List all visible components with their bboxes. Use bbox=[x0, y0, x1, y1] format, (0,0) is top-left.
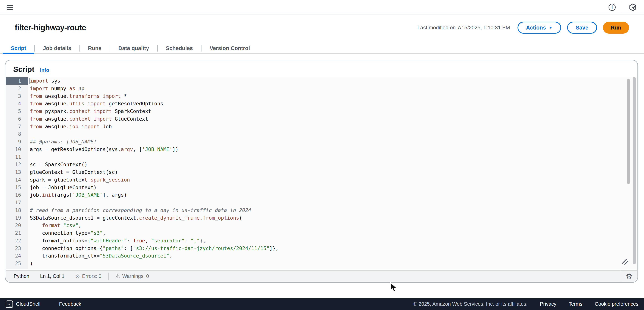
line-number: 5 bbox=[6, 108, 28, 115]
panel-scrollbar-thumb[interactable] bbox=[632, 77, 636, 264]
code-line[interactable]: # read from a partition corresponding to… bbox=[30, 207, 637, 214]
glue-service-icon[interactable] bbox=[629, 3, 637, 12]
code-line[interactable]: job.init(args['JOB_NAME'], args) bbox=[30, 191, 637, 199]
warnings-label: Warnings: 0 bbox=[122, 273, 149, 279]
line-number: 12 bbox=[6, 161, 28, 168]
page-header: filter-highway-route Last modified on 7/… bbox=[15, 22, 629, 34]
code-line[interactable]: from awsglue.transforms import * bbox=[30, 92, 637, 100]
code-line[interactable]: import numpy as np bbox=[30, 85, 637, 92]
run-button[interactable]: Run bbox=[603, 22, 629, 34]
code-line[interactable]: ## @params: [JOB_NAME] bbox=[30, 138, 637, 146]
line-number: 15 bbox=[6, 184, 28, 191]
code-line[interactable]: args = getResolvedOptions(sys.argv, ['JO… bbox=[30, 146, 637, 153]
code-line[interactable]: format="csv", bbox=[30, 222, 637, 229]
run-button-label: Run bbox=[611, 25, 621, 31]
code-line[interactable]: connection_type="s3", bbox=[30, 229, 637, 237]
tab-schedules[interactable]: Schedules bbox=[158, 43, 201, 53]
line-number: 11 bbox=[6, 153, 28, 161]
tab-script[interactable]: Script bbox=[2, 43, 34, 53]
script-panel-title: Script bbox=[13, 65, 34, 74]
tabs-bar: Script Job details Runs Data quality Sch… bbox=[0, 43, 644, 54]
hamburger-menu-icon[interactable] bbox=[7, 5, 13, 10]
page-title: filter-highway-route bbox=[15, 23, 86, 32]
cookie-preferences-link[interactable]: Cookie preferences bbox=[595, 301, 638, 307]
editor-settings-button[interactable]: ⚙ bbox=[621, 271, 637, 282]
info-icon[interactable]: i bbox=[608, 4, 616, 11]
script-panel: Script Info 1234567891011121314151617181… bbox=[5, 60, 638, 283]
errors-label: Errors: 0 bbox=[82, 273, 102, 279]
code-line[interactable]: format_options={"withHeader": True, "sep… bbox=[30, 237, 637, 245]
line-number: 24 bbox=[6, 252, 28, 260]
last-modified-text: Last modified on 7/15/2025, 1:10:31 PM bbox=[417, 25, 510, 31]
code-editor[interactable]: 1234567891011121314151617181920212223242… bbox=[6, 77, 637, 269]
save-button[interactable]: Save bbox=[567, 22, 597, 34]
line-number: 25 bbox=[6, 260, 28, 267]
topbar-divider bbox=[622, 3, 622, 12]
cursor-position: Ln 1, Col 1 bbox=[40, 273, 64, 279]
warning-triangle-icon: ⚠ bbox=[115, 273, 120, 279]
code-line[interactable]: ) bbox=[30, 260, 637, 267]
resize-handle-icon[interactable] bbox=[622, 259, 629, 265]
warnings-indicator: ⚠ Warnings: 0 bbox=[115, 273, 149, 279]
actions-button-label: Actions bbox=[526, 25, 546, 31]
language-selector[interactable]: Python bbox=[14, 273, 29, 279]
info-link[interactable]: Info bbox=[40, 67, 49, 73]
console-footer: >_ CloudShell Feedback © 2025, Amazon We… bbox=[0, 298, 644, 310]
privacy-link[interactable]: Privacy bbox=[540, 301, 556, 307]
error-circle-icon: ⊗ bbox=[75, 273, 80, 279]
gear-icon: ⚙ bbox=[626, 272, 632, 280]
actions-button[interactable]: Actions ▼ bbox=[518, 22, 561, 34]
top-navigation-bar: i bbox=[0, 0, 644, 15]
code-line[interactable]: from awsglue.utils import getResolvedOpt… bbox=[30, 100, 637, 108]
line-number: 18 bbox=[6, 207, 28, 214]
line-number: 19 bbox=[6, 214, 28, 222]
code-line[interactable] bbox=[30, 199, 637, 207]
tab-data-quality[interactable]: Data quality bbox=[110, 43, 157, 53]
line-number: 23 bbox=[6, 245, 28, 252]
script-panel-header: Script Info bbox=[6, 60, 638, 77]
code-line[interactable] bbox=[30, 153, 637, 161]
code-line[interactable]: connection_options={"paths": ["s3://us-t… bbox=[30, 245, 637, 252]
line-number: 26 bbox=[6, 267, 28, 269]
line-number: 22 bbox=[6, 237, 28, 245]
line-number: 6 bbox=[6, 115, 28, 123]
tab-runs[interactable]: Runs bbox=[80, 43, 110, 53]
tab-version-control[interactable]: Version Control bbox=[202, 43, 258, 53]
code-line[interactable]: from awsglue.context import GlueContext bbox=[30, 115, 637, 123]
editor-status-bar: Python Ln 1, Col 1 ⊗ Errors: 0 ⚠ Warning… bbox=[6, 270, 637, 282]
code-line[interactable]: transformation_ctx="S3DataSource_dsource… bbox=[30, 252, 637, 260]
copyright-text: © 2025, Amazon Web Services, Inc. or its… bbox=[414, 301, 528, 307]
code-lines[interactable]: import sysimport numpy as npfrom awsglue… bbox=[28, 77, 637, 269]
line-number: 4 bbox=[6, 100, 28, 108]
cloudshell-label: CloudShell bbox=[16, 301, 40, 307]
code-line[interactable]: glueContext = GlueContext(sc) bbox=[30, 168, 637, 176]
line-number: 7 bbox=[6, 123, 28, 131]
line-number: 8 bbox=[6, 130, 28, 138]
line-number: 9 bbox=[6, 138, 28, 146]
code-line[interactable]: S3DataSource_dsource1 = glueContext.crea… bbox=[30, 214, 637, 222]
save-button-label: Save bbox=[576, 25, 588, 31]
cloudshell-button[interactable]: >_ CloudShell bbox=[6, 300, 40, 308]
line-number: 16 bbox=[6, 191, 28, 199]
code-line[interactable]: from awsglue.job import Job bbox=[30, 123, 637, 131]
feedback-link[interactable]: Feedback bbox=[59, 301, 81, 307]
errors-indicator: ⊗ Errors: 0 bbox=[75, 273, 102, 279]
line-number: 10 bbox=[6, 146, 28, 153]
code-line[interactable]: job = Job(glueContext) bbox=[30, 184, 637, 191]
statusbar-divider bbox=[108, 273, 108, 280]
terminal-icon: >_ bbox=[6, 300, 13, 308]
code-line[interactable]: from pyspark.context import SparkContext bbox=[30, 108, 637, 115]
code-line[interactable]: spark = glueContext.spark_session bbox=[30, 176, 637, 184]
line-number: 1 bbox=[6, 77, 28, 85]
tab-job-details[interactable]: Job details bbox=[35, 43, 80, 53]
line-number: 2 bbox=[6, 85, 28, 92]
gutter: 1234567891011121314151617181920212223242… bbox=[6, 77, 28, 269]
code-line[interactable] bbox=[30, 130, 637, 138]
mouse-cursor bbox=[390, 282, 398, 293]
line-number: 20 bbox=[6, 222, 28, 229]
terms-link[interactable]: Terms bbox=[569, 301, 582, 307]
code-line[interactable]: import sys bbox=[30, 77, 637, 85]
editor-scrollbar-thumb[interactable] bbox=[627, 79, 630, 184]
line-number: 17 bbox=[6, 199, 28, 207]
code-line[interactable]: sc = SparkContext() bbox=[30, 161, 637, 168]
